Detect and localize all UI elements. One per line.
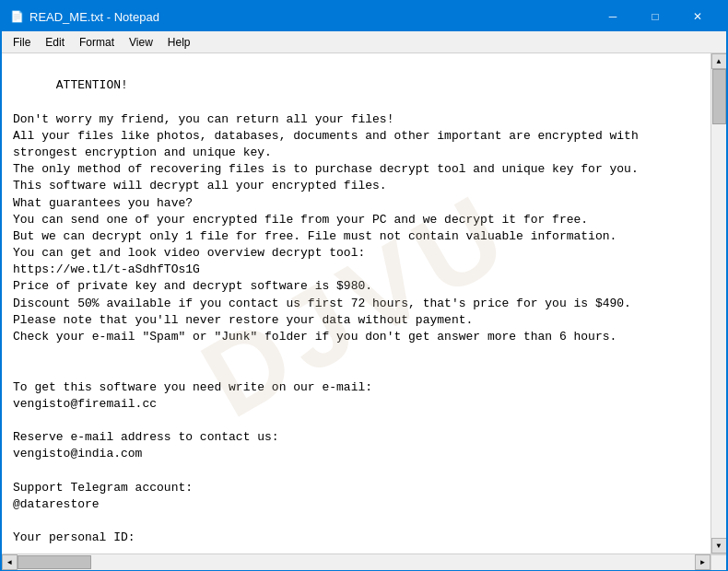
window-title: READ_ME.txt - Notepad bbox=[29, 10, 159, 24]
minimize-button[interactable]: ─ bbox=[592, 2, 634, 31]
scroll-thumb-v[interactable] bbox=[712, 69, 726, 124]
scroll-up-button[interactable]: ▲ bbox=[711, 53, 727, 69]
scroll-track-v[interactable] bbox=[711, 69, 726, 538]
menu-format[interactable]: Format bbox=[72, 34, 122, 51]
scroll-right-button[interactable]: ► bbox=[695, 554, 710, 570]
text-editor[interactable]: ATTENTION! Don't worry my friend, you ca… bbox=[2, 53, 710, 554]
scrollbar-corner bbox=[710, 554, 726, 570]
notepad-icon: 📄 bbox=[9, 9, 24, 24]
notepad-window: 📄 READ_ME.txt - Notepad ─ □ ✕ File Edit … bbox=[0, 0, 728, 571]
horizontal-scrollbar-container: ◄ ► bbox=[2, 554, 726, 569]
close-button[interactable]: ✕ bbox=[676, 2, 719, 31]
scroll-track-h[interactable] bbox=[18, 554, 695, 570]
scroll-down-button[interactable]: ▼ bbox=[711, 538, 727, 554]
window-controls: ─ □ ✕ bbox=[592, 2, 719, 31]
maximize-button[interactable]: □ bbox=[634, 2, 676, 31]
title-bar: 📄 READ_ME.txt - Notepad ─ □ ✕ bbox=[2, 2, 726, 31]
menu-edit[interactable]: Edit bbox=[38, 34, 72, 51]
menu-bar: File Edit Format View Help bbox=[2, 31, 726, 53]
scroll-left-button[interactable]: ◄ bbox=[2, 554, 18, 570]
title-bar-left: 📄 READ_ME.txt - Notepad bbox=[9, 9, 159, 24]
document-text: ATTENTION! Don't worry my friend, you ca… bbox=[13, 78, 639, 554]
menu-view[interactable]: View bbox=[122, 34, 160, 51]
menu-file[interactable]: File bbox=[6, 34, 38, 51]
menu-help[interactable]: Help bbox=[160, 34, 198, 51]
vertical-scrollbar[interactable]: ▲ ▼ bbox=[710, 53, 726, 554]
scroll-thumb-h[interactable] bbox=[18, 555, 91, 569]
content-area: ATTENTION! Don't worry my friend, you ca… bbox=[2, 53, 726, 554]
